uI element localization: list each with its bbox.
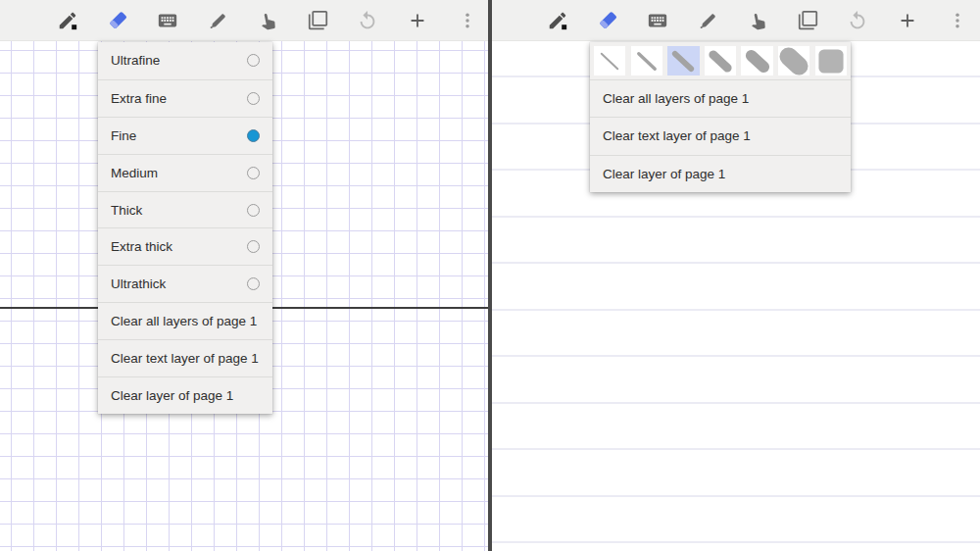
eraser-thickness-menu: Ultrafine Extra fine Fine Medium Thick E…: [98, 42, 272, 414]
keyboard-text-tool-icon[interactable]: [156, 9, 179, 32]
thickness-swatch[interactable]: [741, 46, 772, 75]
menu-item-label: Clear text layer of page 1: [603, 128, 838, 143]
menu-item-clear-text-layer[interactable]: Clear text layer of page 1: [98, 339, 272, 376]
menu-item-label: Medium: [111, 166, 247, 180]
radio-icon: [247, 54, 260, 67]
menu-item-label: Extra fine: [111, 91, 247, 106]
thickness-swatch[interactable]: [594, 46, 625, 75]
menu-item-label: Clear text layer of page 1: [111, 351, 260, 366]
left-note-panel: Ultrafine Extra fine Fine Medium Thick E…: [0, 0, 490, 551]
menu-item-label: Clear all layers of page 1: [603, 91, 838, 106]
radio-icon: [247, 92, 260, 105]
menu-item-clear-layer[interactable]: Clear layer of page 1: [98, 376, 272, 414]
keyboard-text-tool-icon[interactable]: [646, 9, 669, 32]
menu-item-label: Fine: [111, 128, 247, 143]
add-page-icon[interactable]: [896, 9, 919, 32]
pen-tool-icon[interactable]: [56, 9, 79, 32]
menu-item-clear-all-layers[interactable]: Clear all layers of page 1: [98, 302, 272, 339]
duplicate-page-icon[interactable]: [796, 9, 819, 32]
menu-item-clear-all-layers[interactable]: Clear all layers of page 1: [590, 79, 851, 117]
menu-item-clear-text-layer[interactable]: Clear text layer of page 1: [590, 117, 851, 154]
marker-tool-icon[interactable]: [696, 9, 719, 32]
app-window: Ultrafine Extra fine Fine Medium Thick E…: [0, 0, 980, 551]
eraser-options-menu: Clear all layers of page 1 Clear text la…: [590, 42, 851, 192]
menu-item-label: Ultrafine: [111, 53, 247, 68]
thickness-swatch[interactable]: [705, 46, 736, 75]
thickness-swatch[interactable]: [667, 46, 699, 75]
radio-icon: [247, 129, 260, 142]
menu-item-label: Clear layer of page 1: [111, 388, 260, 403]
right-note-panel: Clear all layers of page 1 Clear text la…: [490, 0, 980, 551]
menu-item-clear-layer[interactable]: Clear layer of page 1: [590, 155, 851, 192]
menu-item-label: Clear all layers of page 1: [111, 314, 260, 328]
menu-item-fine[interactable]: Fine: [98, 117, 272, 154]
undo-icon[interactable]: [846, 9, 869, 32]
overflow-menu-icon[interactable]: [946, 9, 969, 32]
right-toolbar: [490, 0, 980, 41]
left-toolbar: [0, 0, 490, 41]
menu-item-label: Ultrathick: [111, 276, 247, 291]
menu-item-label: Extra thick: [111, 239, 247, 254]
radio-icon: [247, 277, 260, 290]
menu-item-medium[interactable]: Medium: [98, 154, 272, 191]
menu-item-extra-thick[interactable]: Extra thick: [98, 227, 272, 265]
pen-tool-icon[interactable]: [546, 9, 569, 32]
marker-tool-icon[interactable]: [206, 9, 229, 32]
panel-divider: [488, 0, 492, 551]
menu-item-thick[interactable]: Thick: [98, 191, 272, 228]
menu-item-ultrathick[interactable]: Ultrathick: [98, 265, 272, 302]
thickness-swatch[interactable]: [778, 46, 809, 75]
finger-pan-tool-icon[interactable]: [256, 9, 279, 32]
thickness-swatch[interactable]: [631, 46, 662, 75]
thickness-swatch-row: [590, 42, 851, 79]
overflow-menu-icon[interactable]: [456, 9, 479, 32]
menu-item-label: Clear layer of page 1: [603, 167, 838, 181]
radio-icon: [247, 167, 260, 179]
add-page-icon[interactable]: [406, 9, 429, 32]
eraser-tool-icon[interactable]: [596, 9, 619, 32]
menu-item-ultrafine[interactable]: Ultrafine: [98, 42, 272, 79]
radio-icon: [247, 240, 260, 253]
undo-icon[interactable]: [356, 9, 379, 32]
menu-item-label: Thick: [111, 203, 247, 218]
finger-pan-tool-icon[interactable]: [746, 9, 769, 32]
eraser-tool-icon[interactable]: [106, 9, 129, 32]
duplicate-page-icon[interactable]: [306, 9, 329, 32]
radio-icon: [247, 204, 260, 217]
menu-item-extra-fine[interactable]: Extra fine: [98, 79, 272, 117]
thickness-swatch[interactable]: [815, 46, 847, 75]
